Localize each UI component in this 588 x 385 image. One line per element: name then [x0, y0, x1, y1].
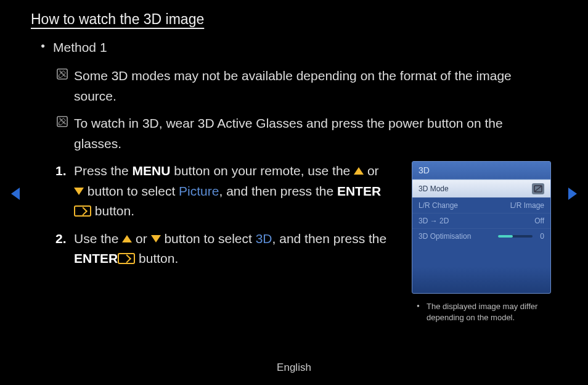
- down-arrow-icon: [151, 235, 161, 242]
- panel-row-3d-optimisation[interactable]: 3D Optimisation 0: [412, 228, 550, 244]
- step-text: , and then press the: [272, 231, 387, 246]
- page-title: How to watch the 3D image: [31, 11, 557, 28]
- row-label: L/R Change: [419, 201, 458, 210]
- step-item: 2. Use the or button to select 3D, and t…: [74, 229, 393, 269]
- step-text: button.: [135, 251, 178, 265]
- step-text: button to select: [161, 231, 256, 246]
- up-arrow-icon: [354, 167, 364, 175]
- panel-row-lr-change[interactable]: L/R Change L/R Image: [412, 197, 550, 213]
- picture-label: Picture: [179, 184, 219, 198]
- up-arrow-icon: [122, 235, 132, 242]
- row-value: L/R Image: [510, 201, 544, 210]
- down-arrow-icon: [74, 188, 84, 195]
- panel-caption: The displayed image may differ depending…: [419, 301, 557, 323]
- panel-title: 3D: [412, 162, 550, 180]
- threed-label: 3D: [256, 231, 272, 246]
- step-text: button.: [91, 204, 134, 218]
- row-label: 3D Optimisation: [419, 232, 471, 241]
- optimisation-slider[interactable]: [498, 235, 533, 238]
- row-label: 3D → 2D: [419, 217, 449, 225]
- preview-panel-wrap: 3D 3D Mode L/R Change L/R Image 3D → 2D …: [412, 161, 557, 323]
- settings-panel: 3D 3D Mode L/R Change L/R Image 3D → 2D …: [412, 161, 551, 294]
- note-item: Some 3D modes may not be available depen…: [74, 66, 557, 106]
- note-item: To watch in 3D, wear 3D Active Glasses a…: [74, 114, 557, 154]
- page-content: How to watch the 3D image Method 1 Some …: [0, 0, 588, 324]
- enter-label: ENTER: [337, 184, 381, 198]
- svg-line-3: [535, 186, 541, 191]
- note-text: Some 3D modes may not be available depen…: [74, 68, 512, 103]
- step-text: , and then press the: [219, 184, 337, 198]
- note-icon: [57, 116, 68, 127]
- menu-label: MENU: [133, 164, 171, 178]
- step-number: 1.: [55, 161, 67, 181]
- note-text: To watch in 3D, wear 3D Active Glasses a…: [74, 116, 503, 151]
- method-heading: Method 1: [53, 40, 557, 55]
- mode-off-icon: [532, 183, 544, 194]
- note-icon: [57, 68, 68, 80]
- steps-list: 1. Press the MENU button on your remote,…: [31, 161, 393, 323]
- step-text: or: [132, 231, 150, 246]
- panel-row-3d-mode[interactable]: 3D Mode: [412, 180, 550, 197]
- step-text: Use the: [74, 231, 122, 246]
- row-value: 0: [540, 232, 544, 241]
- next-page-arrow[interactable]: [568, 188, 577, 200]
- prev-page-arrow[interactable]: [11, 188, 20, 200]
- step-number: 2.: [55, 229, 67, 249]
- step-item: 1. Press the MENU button on your remote,…: [74, 161, 393, 221]
- panel-row-3d-to-2d[interactable]: 3D → 2D Off: [412, 213, 550, 228]
- row-label: 3D Mode: [419, 184, 449, 193]
- step-text: button to select: [84, 184, 179, 198]
- step-text: Press the: [74, 164, 133, 178]
- step-text: or: [364, 164, 379, 178]
- enter-label: ENTER: [74, 251, 118, 265]
- row-value: Off: [534, 217, 544, 225]
- enter-icon: [118, 253, 135, 264]
- step-text: button on your remote, use the: [170, 164, 354, 178]
- language-footer: English: [0, 362, 588, 374]
- enter-icon: [74, 205, 91, 217]
